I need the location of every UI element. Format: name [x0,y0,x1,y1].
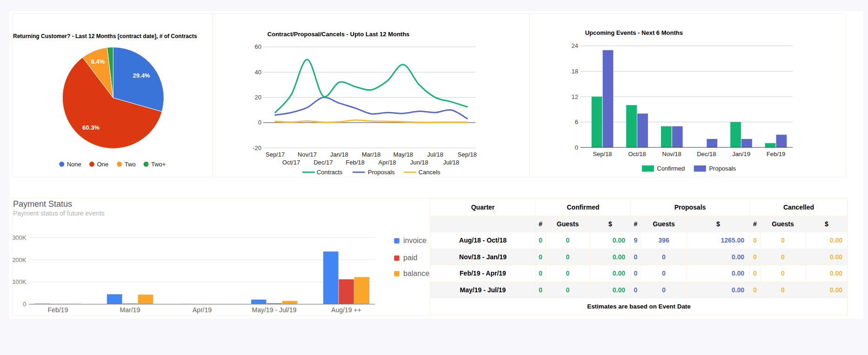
svg-text:Nov/17: Nov/17 [298,151,317,158]
svg-text:Sep/18: Sep/18 [593,151,612,158]
svg-text:Proposals: Proposals [709,165,736,172]
svg-text:Jul/18: Jul/18 [443,159,460,166]
svg-text:May/18: May/18 [393,151,413,158]
svg-text:18: 18 [572,68,578,75]
svg-text:Two+: Two+ [151,161,166,168]
svg-text:paid: paid [403,254,417,262]
svg-text:20: 20 [255,94,261,101]
svg-text:Confirmed: Confirmed [657,165,685,172]
svg-text:Proposals: Proposals [368,169,395,176]
svg-text:Oct/17: Oct/17 [282,159,300,166]
svg-text:Jul/18: Jul/18 [427,151,443,158]
svg-text:Payment Status: Payment Status [13,199,72,209]
svg-text:Dec/17: Dec/17 [314,159,333,166]
svg-text:Nov/18: Nov/18 [662,151,681,158]
svg-text:29.4%: 29.4% [133,72,150,79]
svg-text:balance: balance [403,270,429,277]
svg-text:Aug/19 ++: Aug/19 ++ [331,306,361,314]
svg-text:40: 40 [255,69,261,76]
svg-text:Sep/17: Sep/17 [266,151,285,158]
svg-text:Two: Two [125,161,136,168]
svg-text:Apr/18: Apr/18 [378,159,396,166]
svg-text:Dec/18: Dec/18 [697,151,716,158]
svg-text:12: 12 [572,93,578,100]
svg-text:Sep/18: Sep/18 [458,151,477,158]
svg-text:Payment status of future event: Payment status of future events [13,210,105,217]
svg-text:-20: -20 [253,145,261,151]
svg-text:Mar/18: Mar/18 [362,151,381,158]
svg-text:8.4%: 8.4% [91,58,105,65]
svg-text:Mar/19: Mar/19 [120,306,140,314]
svg-text:0: 0 [258,119,261,126]
svg-text:Jan/18: Jan/18 [330,151,348,158]
svg-text:Oct/18: Oct/18 [628,151,646,158]
svg-text:May/19 - Jul/19: May/19 - Jul/19 [252,306,297,314]
svg-text:60: 60 [255,43,261,50]
svg-text:0: 0 [23,301,26,308]
svg-text:0: 0 [575,144,578,151]
svg-text:Feb/19: Feb/19 [767,151,785,158]
svg-text:24: 24 [572,42,578,49]
svg-text:Feb/18: Feb/18 [346,159,364,166]
svg-text:6: 6 [575,118,578,125]
svg-text:Apr/19: Apr/19 [193,306,212,314]
svg-text:Upcoming Events - Next 6 Month: Upcoming Events - Next 6 Months [585,29,683,36]
svg-text:300K: 300K [13,234,27,241]
svg-text:Jun/18: Jun/18 [410,159,428,166]
svg-text:One: One [97,161,108,168]
svg-text:None: None [67,161,81,168]
svg-text:60.3%: 60.3% [82,124,100,131]
svg-text:200K: 200K [13,256,27,263]
svg-text:Cancels: Cancels [419,169,441,176]
svg-text:Contract/Proposal/Cancels - Up: Contract/Proposal/Cancels - Upto Last 12… [267,31,410,38]
svg-text:invoice: invoice [403,237,427,244]
svg-text:100K: 100K [13,278,27,285]
svg-text:Feb/19: Feb/19 [48,306,68,314]
svg-text:Contracts: Contracts [317,169,343,176]
svg-text:Returning Customer? - Last 12: Returning Customer? - Last 12 Months [co… [13,33,197,39]
svg-text:Jan/19: Jan/19 [732,151,750,158]
